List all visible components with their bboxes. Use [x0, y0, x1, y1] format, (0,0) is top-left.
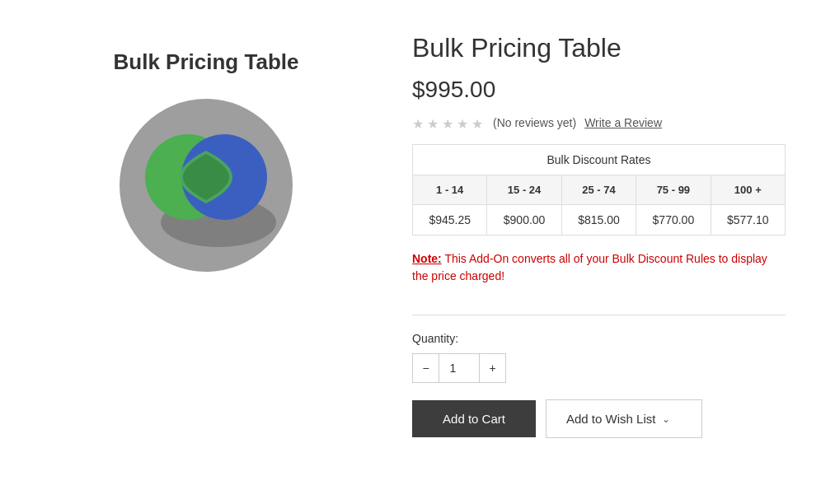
star-5: ★	[471, 116, 485, 129]
product-image	[115, 95, 297, 276]
star-rating: ★ ★ ★ ★ ★	[412, 116, 485, 129]
quantity-input[interactable]	[439, 353, 480, 383]
price-cell-4: $770.00	[636, 205, 711, 236]
reviews-row: ★ ★ ★ ★ ★ (No reviews yet) Write a Revie…	[412, 116, 786, 129]
note-section: Note: This Add-On converts all of your B…	[412, 250, 786, 285]
product-image-section: Bulk Pricing Table	[49, 33, 363, 438]
col-header-5: 100 +	[711, 175, 785, 205]
add-to-wishlist-label: Add to Wish List	[566, 412, 655, 426]
quantity-decrease-button[interactable]: −	[412, 353, 439, 383]
star-1: ★	[412, 116, 425, 129]
note-text: This Add-On converts all of your Bulk Di…	[412, 252, 767, 282]
quantity-increase-button[interactable]: +	[480, 353, 506, 383]
note-label: Note:	[412, 252, 442, 265]
write-review-link[interactable]: Write a Review	[584, 116, 662, 129]
star-2: ★	[427, 116, 440, 129]
chevron-down-icon: ⌄	[662, 413, 670, 425]
col-header-1: 1 - 14	[413, 175, 487, 205]
bulk-discount-table: Bulk Discount Rates 1 - 14 15 - 24 25 - …	[412, 144, 786, 236]
col-header-4: 75 - 99	[636, 175, 711, 205]
add-to-wishlist-button[interactable]: Add to Wish List ⌄	[546, 399, 702, 438]
product-page: Bulk Pricing Table Bulk Pricing Table $9…	[0, 0, 835, 471]
quantity-section: Quantity: − +	[412, 332, 786, 383]
product-title: Bulk Pricing Table	[412, 33, 786, 63]
star-4: ★	[457, 116, 470, 129]
price-cell-1: $945.25	[413, 205, 487, 236]
star-3: ★	[442, 116, 455, 129]
action-buttons: Add to Cart Add to Wish List ⌄	[412, 399, 786, 438]
divider	[412, 315, 786, 315]
quantity-controls: − +	[412, 353, 786, 383]
col-header-2: 15 - 24	[487, 175, 561, 205]
price-cell-5: $577.10	[711, 205, 785, 236]
product-image-label: Bulk Pricing Table	[114, 49, 299, 75]
product-price: $995.00	[412, 77, 786, 103]
price-cell-3: $815.00	[561, 205, 636, 236]
bulk-discount-header: Bulk Discount Rates	[413, 145, 786, 175]
col-header-3: 25 - 74	[561, 175, 636, 205]
price-row: $945.25 $900.00 $815.00 $770.00 $577.10	[413, 205, 786, 236]
add-to-cart-button[interactable]: Add to Cart	[412, 400, 536, 437]
product-details-section: Bulk Pricing Table $995.00 ★ ★ ★ ★ ★ (No…	[412, 33, 786, 438]
price-cell-2: $900.00	[487, 205, 561, 236]
reviews-count: (No reviews yet)	[493, 116, 576, 129]
quantity-label: Quantity:	[412, 332, 786, 345]
